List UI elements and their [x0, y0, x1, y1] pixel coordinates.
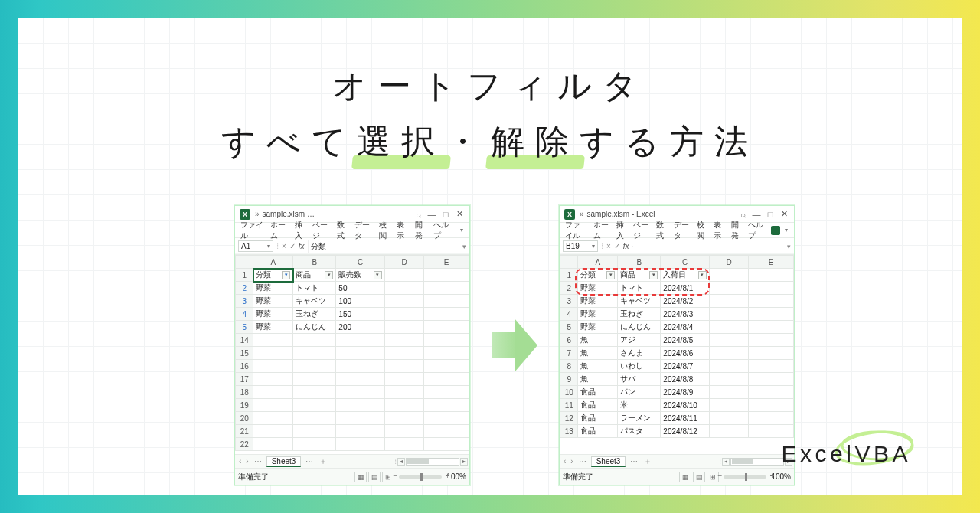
scroll-right-button[interactable]: ▸ [460, 458, 468, 466]
cell[interactable] [253, 334, 293, 347]
cell[interactable] [424, 373, 469, 386]
confirm-formula-icon[interactable]: ✓ [289, 242, 296, 250]
cell[interactable]: 野菜 [253, 295, 293, 308]
cell[interactable] [709, 269, 749, 282]
row-header[interactable]: 5 [236, 321, 253, 334]
cell[interactable] [424, 399, 469, 412]
cell[interactable]: アジ [618, 334, 661, 347]
zoom-slider[interactable]: −+ [724, 475, 766, 479]
cell[interactable] [336, 386, 384, 399]
row-header[interactable]: 6 [560, 334, 578, 347]
confirm-formula-icon[interactable]: ✓ [614, 242, 620, 250]
cell[interactable]: 食品 [578, 412, 618, 425]
cell[interactable]: 食品 [578, 425, 618, 438]
cell[interactable] [424, 412, 469, 425]
formula-input[interactable] [632, 246, 784, 247]
column-header[interactable]: E [424, 256, 469, 269]
cell[interactable] [709, 282, 749, 295]
ribbon-tab[interactable]: 数式 [334, 220, 352, 241]
ribbon-tab[interactable]: ヘルプ [745, 220, 768, 241]
cell[interactable]: 野菜 [578, 295, 618, 308]
row-header[interactable]: 9 [560, 373, 578, 386]
cell[interactable]: 商品▾ [293, 269, 336, 282]
cell[interactable]: 野菜 [253, 282, 293, 295]
cell[interactable] [749, 308, 794, 321]
cell[interactable] [749, 282, 794, 295]
cell[interactable]: 2024/8/12 [661, 425, 709, 438]
row-header[interactable]: 3 [236, 295, 253, 308]
cell[interactable] [336, 412, 384, 425]
cell[interactable] [749, 373, 794, 386]
filter-dropdown-button[interactable]: ▾ [325, 271, 333, 279]
ribbon-dropdown-icon[interactable]: ▾ [457, 227, 466, 234]
cell[interactable]: 野菜 [253, 321, 293, 334]
cell[interactable]: 100 [336, 295, 384, 308]
ribbon-tab[interactable]: 校閲 [376, 220, 394, 241]
name-box[interactable]: A1▾ [238, 240, 273, 252]
cell[interactable]: 野菜 [578, 321, 618, 334]
cell[interactable]: 2024/8/2 [661, 295, 709, 308]
cell[interactable]: 魚 [578, 360, 618, 373]
cell[interactable]: 2024/8/5 [661, 334, 709, 347]
column-header[interactable]: B [618, 256, 661, 269]
cell[interactable]: 2024/8/11 [661, 412, 709, 425]
cell[interactable] [424, 360, 469, 373]
cell[interactable] [293, 399, 336, 412]
sheet-tab[interactable]: Sheet3 [266, 456, 302, 467]
cell[interactable] [336, 373, 384, 386]
cell[interactable] [709, 373, 749, 386]
maximize-button[interactable]: □ [440, 210, 451, 219]
scroll-left-button[interactable]: ◂ [397, 458, 405, 466]
cell[interactable]: 2024/8/3 [661, 308, 709, 321]
cell[interactable]: 150 [336, 308, 384, 321]
tab-nav-next[interactable]: › [243, 457, 250, 466]
cell[interactable]: 入荷日▾ [661, 269, 709, 282]
row-header[interactable]: 14 [236, 334, 253, 347]
column-header[interactable]: C [661, 256, 709, 269]
cell[interactable] [253, 438, 293, 451]
cell[interactable]: 2024/8/6 [661, 347, 709, 360]
cell[interactable] [293, 412, 336, 425]
row-header[interactable]: 1 [560, 269, 578, 282]
cell[interactable] [384, 321, 424, 334]
ribbon-tab[interactable]: ホーム [590, 220, 613, 241]
share-button[interactable] [771, 226, 780, 235]
cell[interactable] [424, 386, 469, 399]
tab-nav-next[interactable]: › [568, 457, 575, 466]
cell[interactable]: 米 [618, 399, 661, 412]
cell[interactable] [336, 438, 384, 451]
ribbon-tab[interactable]: 挿入 [292, 220, 310, 241]
cell[interactable] [293, 425, 336, 438]
cell[interactable]: 野菜 [578, 308, 618, 321]
cell[interactable] [384, 295, 424, 308]
cell[interactable] [384, 334, 424, 347]
new-sheet-button[interactable]: ＋ [316, 456, 330, 467]
cell[interactable] [336, 360, 384, 373]
formula-input[interactable]: 分類 [308, 240, 459, 253]
ribbon-tab[interactable]: 開発 [412, 220, 430, 241]
cancel-formula-icon[interactable]: × [282, 242, 286, 250]
row-header[interactable]: 8 [560, 360, 578, 373]
cell[interactable]: キャベツ [618, 295, 661, 308]
select-all-cell[interactable] [560, 256, 578, 269]
cell[interactable] [253, 412, 293, 425]
cell[interactable] [253, 386, 293, 399]
cell[interactable] [293, 334, 336, 347]
cell[interactable] [424, 334, 469, 347]
cell[interactable]: ラーメン [618, 412, 661, 425]
cell[interactable] [709, 321, 749, 334]
tab-nav-prev[interactable]: ‹ [561, 457, 568, 466]
cell[interactable]: 魚 [578, 334, 618, 347]
tab-more[interactable]: ⋯ [627, 457, 641, 466]
cell[interactable] [424, 282, 469, 295]
row-header[interactable]: 3 [560, 295, 578, 308]
cell[interactable] [709, 295, 749, 308]
cell[interactable] [749, 347, 794, 360]
cell[interactable]: 2024/8/4 [661, 321, 709, 334]
row-header[interactable]: 18 [236, 386, 253, 399]
tab-list-button[interactable]: ⋯ [576, 457, 590, 466]
cell[interactable] [424, 295, 469, 308]
column-header[interactable]: B [293, 256, 336, 269]
ribbon-tab[interactable]: 校閲 [694, 220, 711, 241]
column-header[interactable]: D [709, 256, 749, 269]
